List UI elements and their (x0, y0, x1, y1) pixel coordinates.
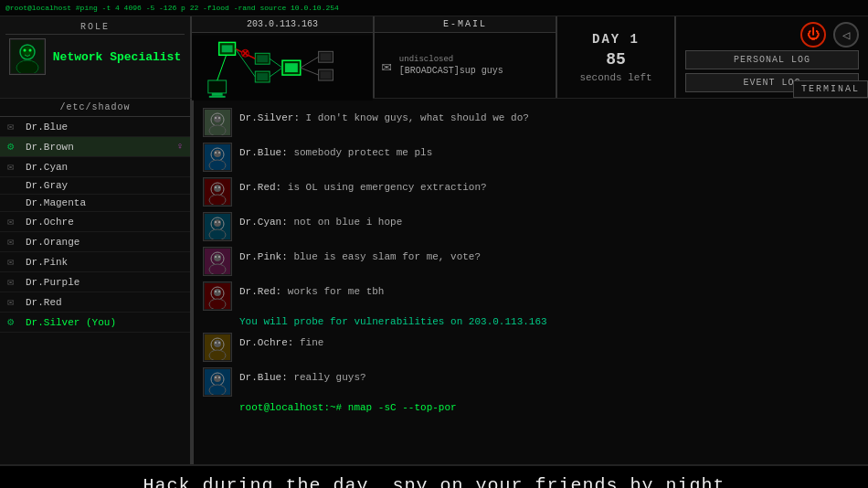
svg-point-35 (215, 117, 217, 119)
email-icon: ✉ (382, 56, 392, 76)
svg-point-77 (215, 377, 217, 378)
network-map (192, 33, 373, 102)
player-item[interactable]: ✉Dr.Red (0, 292, 190, 313)
email-content[interactable]: ✉ undisclosed [BROADCAST]sup guys (375, 33, 556, 98)
bottom-bar: Hack during the day, spy on your friends… (0, 464, 868, 488)
svg-point-34 (214, 115, 221, 122)
svg-rect-21 (209, 96, 226, 98)
player-status-icon: ✉ (7, 120, 20, 133)
svg-point-37 (209, 125, 226, 135)
email-title: E-MAIL (375, 16, 556, 33)
player-status-icon: ✉ (7, 255, 20, 269)
chat-text: Dr.Ochre: fine (239, 333, 323, 350)
svg-point-5 (28, 49, 31, 52)
svg-point-78 (218, 377, 220, 378)
svg-point-40 (214, 150, 221, 157)
personal-log-button[interactable]: PERSONAL LOG (685, 50, 859, 69)
svg-point-54 (218, 221, 220, 223)
svg-point-66 (218, 291, 220, 292)
player-item[interactable]: ✉Dr.Pink (0, 252, 190, 272)
chat-avatar (203, 247, 232, 276)
player-item[interactable]: ✉Dr.Cyan (0, 157, 190, 177)
svg-rect-14 (285, 63, 298, 72)
player-item[interactable]: Dr.Gray (0, 177, 190, 195)
player-status-icon: ✉ (7, 235, 20, 249)
svg-point-79 (209, 385, 226, 395)
chat-avatar (203, 177, 232, 207)
svg-point-61 (209, 264, 226, 274)
player-name: Dr.Silver (You) (26, 317, 183, 328)
sidebar-header: /etc/shadow (0, 99, 190, 117)
player-item[interactable]: ⚙Dr.Brown♀ (0, 137, 190, 157)
chat-text: Dr.Blue: somebody protect me pls (239, 143, 432, 160)
terminal-prompt[interactable]: root@localhost:~# nmap -sC --top-por (239, 402, 859, 413)
email-panel: E-MAIL ✉ undisclosed [BROADCAST]sup guys (375, 16, 557, 98)
chat-message: Dr.Cyan: not on blue i hope (203, 212, 859, 241)
chat-text: Dr.Cyan: not on blue i hope (239, 212, 402, 229)
role-panel: ROLE Network Specialist (0, 16, 192, 98)
email-text: undisclosed [BROADCAST]sup guys (399, 55, 503, 76)
player-badge: ♀ (177, 142, 183, 152)
player-name: Dr.Cyan (26, 162, 183, 173)
svg-point-76 (214, 375, 221, 382)
role-content: Network Specialist (9, 38, 181, 75)
svg-point-71 (215, 342, 217, 344)
top-controls: ⏻ ◁ (685, 22, 859, 48)
player-item[interactable]: Dr.Magenta (0, 195, 190, 212)
svg-point-42 (218, 152, 220, 154)
chat-avatar (203, 212, 232, 241)
avatar (9, 38, 46, 75)
chat-avatar (203, 367, 232, 397)
player-item[interactable]: ✉Dr.Purple (0, 272, 190, 292)
svg-point-41 (215, 152, 217, 154)
svg-point-47 (215, 186, 217, 188)
player-name: Dr.Brown (26, 142, 172, 153)
network-title: 203.0.113.163 (192, 16, 373, 33)
player-status-icon: ✉ (7, 160, 20, 174)
chat-text: Dr.Silver: I don't know guys, what shoul… (239, 108, 529, 125)
player-item[interactable]: ✉Dr.Orange (0, 232, 190, 252)
bottom-tagline: Hack during the day, spy on your friends… (143, 475, 725, 489)
role-label: ROLE (5, 22, 185, 35)
network-panel: 203.0.113.163 (192, 16, 375, 98)
svg-rect-20 (212, 93, 223, 96)
svg-rect-19 (208, 80, 227, 93)
sound-button[interactable]: ◁ (833, 22, 859, 48)
power-button[interactable]: ⏻ (800, 22, 826, 48)
svg-point-4 (23, 49, 26, 52)
role-name: Network Specialist (53, 50, 181, 64)
chat-message: Dr.Red: is OL using emergency extraction… (203, 177, 859, 207)
svg-point-36 (218, 117, 220, 119)
svg-point-67 (209, 299, 226, 309)
player-item[interactable]: ✉Dr.Ochre (0, 212, 190, 232)
svg-point-58 (214, 254, 221, 261)
chat-message: Dr.Pink: blue is easy slam for me, vote? (203, 247, 859, 276)
svg-point-48 (218, 186, 220, 188)
cmd-text: @root@localhost #ping -t 4 4096 -5 -126 … (5, 4, 339, 12)
player-name: Dr.Pink (26, 257, 183, 268)
chat-message: Dr.Red: works for me tbh (203, 281, 859, 311)
svg-point-52 (214, 219, 221, 227)
main-area: /etc/shadow ✉Dr.Blue⚙Dr.Brown♀✉Dr.CyanDr… (0, 99, 868, 464)
svg-rect-12 (257, 73, 268, 80)
chat-message: Dr.Blue: really guys? (203, 367, 859, 397)
chat-message: Dr.Ochre: fine (203, 333, 859, 362)
chat-avatar (203, 333, 232, 362)
player-item[interactable]: ✉Dr.Blue (0, 117, 190, 137)
svg-rect-8 (222, 45, 233, 52)
svg-rect-10 (257, 55, 268, 62)
terminal-area: Dr.Silver: I don't know guys, what shoul… (192, 99, 868, 464)
player-name: Dr.Gray (26, 180, 183, 191)
svg-point-60 (218, 256, 220, 258)
player-item[interactable]: ⚙Dr.Silver (You) (0, 313, 190, 333)
timer-number: 85 (606, 50, 626, 69)
svg-rect-18 (321, 71, 332, 79)
timer-value: 85 (606, 50, 626, 69)
chat-avatar (203, 108, 232, 137)
svg-point-73 (209, 350, 226, 360)
email-sender: undisclosed (399, 55, 503, 64)
player-status-icon: ⚙ (7, 140, 20, 154)
player-status-icon: ✉ (7, 275, 20, 289)
top-bar: ROLE Network Specialist 203.0.113.163 (0, 16, 868, 99)
timer-panel: DAY 1 85 seconds left (557, 16, 676, 98)
